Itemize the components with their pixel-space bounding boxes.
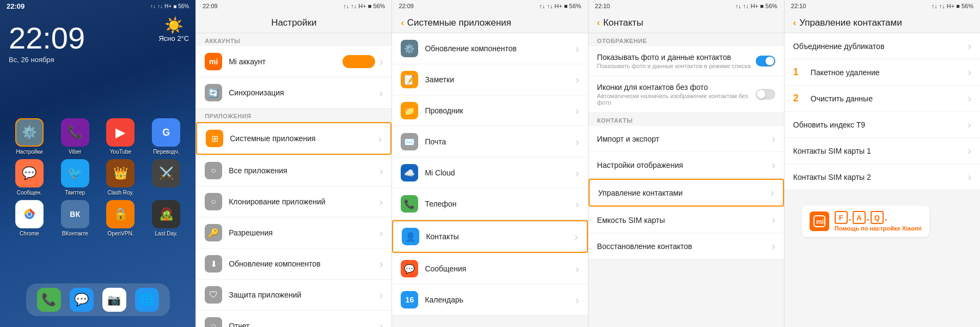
weather-temp: Ясно 2°C (158, 34, 189, 43)
sim-capacity-item[interactable]: Емкость SIM карты (589, 207, 784, 233)
lastday-label: Last Day. (155, 231, 178, 237)
security-item[interactable]: 🛡 Защита приложений (196, 280, 391, 311)
mi-account-title: Mi аккаунт (229, 57, 342, 66)
icons-item[interactable]: Иконки для контактов без фото Автоматиче… (589, 76, 784, 113)
update-t9-arrow (967, 118, 971, 131)
viber-label: Viber (69, 149, 81, 155)
show-photos-toggle[interactable] (756, 56, 775, 66)
micloud-item[interactable]: ☁️ Mi Cloud (392, 158, 587, 189)
mi-account-arrow (379, 56, 383, 68)
display-settings-arrow (771, 159, 775, 171)
status-bar-contacts: 22:10 ↑↓ ↑↓ H+ ■ 56% (589, 0, 784, 12)
app-settings[interactable]: ⚙️ Настройки (9, 118, 50, 155)
sim1-contacts-item[interactable]: Контакты SIM карты 1 (785, 138, 980, 164)
contacts-back-arrow[interactable]: ‹ (597, 18, 600, 28)
dock-messages[interactable]: 💬 (70, 288, 94, 312)
settings-header: Настройки (196, 12, 391, 33)
permissions-item[interactable]: 🔑 Разрешения (196, 217, 391, 249)
report-icon: ○ (205, 317, 222, 327)
display-settings-title: Настройки отображения (597, 161, 772, 169)
faq-banner[interactable]: mi F . A . Q . Помощь по настройке Xiaom… (802, 205, 929, 237)
contacts-page-title: Контакты (603, 17, 643, 28)
report-title: Отчет (229, 322, 379, 327)
manage-contacts-item[interactable]: Управление контактами (589, 179, 784, 207)
notes-item[interactable]: 📝 Заметки (392, 64, 587, 95)
merge-duplicates-title: Объединение дубликатов (793, 42, 968, 51)
manage-back-arrow[interactable]: ‹ (793, 18, 796, 28)
sim2-contacts-arrow (967, 171, 971, 183)
clone-apps-item[interactable]: ○ Клонирование приложений (196, 186, 391, 217)
app-viber[interactable]: 📞 Viber (54, 118, 96, 155)
contacts-icon: 👤 (402, 228, 419, 245)
youtube-icon: ▶ (106, 118, 134, 147)
settings-page-title: Настройки (205, 17, 383, 28)
explorer-item[interactable]: 📁 Проводник (392, 95, 587, 126)
comp-updates-item[interactable]: ⚙️ Обновление компонентов (392, 33, 587, 64)
update-t9-item[interactable]: Обновить индекс Т9 (785, 112, 980, 138)
security-title: Защита приложений (229, 290, 379, 299)
contacts-arrow (574, 231, 578, 243)
clone-apps-title: Клонирование приложений (229, 197, 379, 206)
contacts-title: Контакты (426, 232, 574, 241)
sim2-contacts-item[interactable]: Контакты SIM карты 2 (785, 164, 980, 190)
mi-account-item[interactable]: mi Mi аккаунт (196, 46, 391, 77)
app-clash[interactable]: 👑 Clash Roy. (100, 159, 142, 196)
app-openvpn[interactable]: 🔒 OpenVPN. (100, 200, 142, 237)
home-status-icons: ↑↓ ↑↓ H+ ■ 56% (150, 3, 189, 9)
dock-phone[interactable]: 📞 (37, 288, 61, 312)
mail-icon: ✉️ (401, 133, 418, 150)
app-youtube[interactable]: ▶ YouTube (100, 118, 142, 155)
app-translate[interactable]: G Переводч. (145, 118, 187, 155)
batch-delete-title: Пакетное удаление (811, 68, 968, 77)
report-item[interactable]: ○ Отчет (196, 311, 391, 327)
mi-account-icon: mi (205, 53, 222, 70)
faq-letters: F . A . Q . (835, 211, 922, 224)
clear-data-item[interactable]: 2 Очистить данные (785, 86, 980, 112)
permissions-title: Разрешения (229, 228, 379, 237)
phone-icon: 📞 (401, 195, 418, 213)
manage-time: 22:10 (791, 3, 806, 9)
twitter-icon: 🐦 (61, 159, 89, 187)
sync-item[interactable]: 🔄 Синхронизация (196, 77, 391, 108)
updates-item[interactable]: ⬇ Обновление компонентов (196, 249, 391, 280)
dock-phone-icon: 📞 (37, 288, 61, 312)
app-messages[interactable]: 💬 Сообщен. (9, 159, 50, 196)
batch-delete-item[interactable]: 1 Пакетное удаление (785, 59, 980, 86)
vk-icon: ВК (61, 200, 89, 228)
system-apps-item[interactable]: ⊞ Системные приложения (196, 122, 391, 155)
messages-label: Сообщен. (17, 190, 42, 196)
all-apps-item[interactable]: ○ Все приложения (196, 155, 391, 186)
manage-page-title: Управление контактами (799, 17, 902, 28)
dock-browser[interactable]: 🌐 (135, 288, 159, 312)
app-lastday[interactable]: 🧟 Last Day. (145, 200, 187, 237)
sim1-contacts-arrow (967, 144, 971, 157)
sysapps-back-arrow[interactable]: ‹ (401, 18, 403, 28)
contacts-item[interactable]: 👤 Контакты (392, 220, 587, 253)
dock-camera[interactable]: 📷 (102, 288, 126, 312)
merge-duplicates-item[interactable]: Объединение дубликатов (785, 33, 980, 59)
restore-contacts-title: Восстановление контактов (597, 242, 772, 251)
sms-item[interactable]: 💬 Сообщения (392, 253, 587, 284)
display-section-label: ОТОБРАЖЕНИЕ (597, 38, 775, 44)
phone-item[interactable]: 📞 Телефон (392, 189, 587, 220)
icons-toggle[interactable] (756, 89, 775, 100)
display-settings-item[interactable]: Настройки отображения (589, 152, 784, 178)
calendar-item[interactable]: 16 Календарь (392, 284, 587, 316)
app-vk[interactable]: ВК ВКонтакте (54, 200, 96, 237)
accounts-section-label: АККАУНТЫ (205, 38, 383, 44)
sim-capacity-title: Емкость SIM карты (597, 216, 772, 225)
sim1-contacts-title: Контакты SIM карты 1 (793, 147, 968, 155)
svg-point-2 (27, 213, 31, 216)
app-game[interactable]: ⚔️ (145, 159, 187, 196)
sync-arrow (379, 87, 383, 99)
all-apps-arrow (379, 165, 383, 177)
restore-contacts-item[interactable]: Восстановление контактов (589, 233, 784, 259)
import-export-item[interactable]: Импорт и экспорт (589, 126, 784, 152)
app-twitter[interactable]: 🐦 Твиттер (54, 159, 96, 196)
mail-item[interactable]: ✉️ Почта (392, 126, 587, 158)
show-photos-item[interactable]: Показывать фото и данные контактов Показ… (589, 46, 784, 76)
calendar-arrow (575, 294, 579, 306)
system-apps-icon: ⊞ (206, 130, 223, 147)
app-chrome[interactable]: Chrome (9, 200, 50, 237)
faq-f: F (835, 211, 848, 224)
